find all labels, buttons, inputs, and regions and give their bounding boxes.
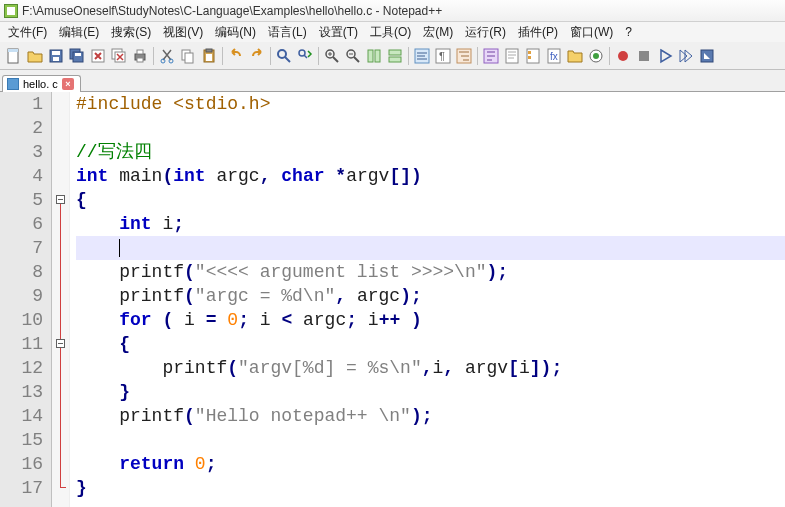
svg-rect-43 — [639, 51, 649, 61]
save-all-icon[interactable] — [67, 46, 87, 66]
menu-search[interactable]: 搜索(S) — [105, 22, 157, 43]
doc-list-icon[interactable] — [523, 46, 543, 66]
svg-point-42 — [618, 51, 628, 61]
menu-help[interactable]: ? — [619, 23, 638, 41]
file-icon — [7, 78, 19, 90]
all-chars-icon[interactable]: ¶ — [433, 46, 453, 66]
new-file-icon[interactable] — [4, 46, 24, 66]
sync-v-icon[interactable] — [364, 46, 384, 66]
function-list-icon[interactable]: fx — [544, 46, 564, 66]
line-number: 6 — [0, 212, 43, 236]
line-number: 8 — [0, 260, 43, 284]
svg-text:¶: ¶ — [439, 50, 445, 62]
menu-macro[interactable]: 宏(M) — [417, 22, 459, 43]
fold-box-icon[interactable] — [56, 195, 65, 204]
svg-rect-27 — [389, 50, 401, 55]
zoom-in-icon[interactable] — [322, 46, 342, 66]
lang-icon[interactable] — [481, 46, 501, 66]
fold-margin[interactable] — [52, 92, 70, 507]
paste-icon[interactable] — [199, 46, 219, 66]
menu-settings[interactable]: 设置(T) — [313, 22, 364, 43]
stop-macro-icon[interactable] — [634, 46, 654, 66]
svg-rect-1 — [8, 49, 18, 52]
svg-rect-7 — [75, 53, 81, 56]
menu-encoding[interactable]: 编码(N) — [209, 22, 262, 43]
toolbar-sep — [270, 47, 271, 65]
line-number: 5 — [0, 188, 43, 212]
line-number: 13 — [0, 380, 43, 404]
monitor-icon[interactable] — [586, 46, 606, 66]
svg-point-21 — [278, 50, 286, 58]
line-number: 17 — [0, 476, 43, 500]
window-title: F:\AmuseOneself\StudyNotes\C-Language\Ex… — [22, 4, 442, 18]
text-caret — [119, 239, 120, 257]
code-line: int i; — [76, 212, 785, 236]
svg-rect-19 — [206, 49, 212, 52]
line-number: 9 — [0, 284, 43, 308]
zoom-out-icon[interactable] — [343, 46, 363, 66]
tab-label: hello. c — [23, 78, 58, 90]
tab-bar: hello. c × — [0, 70, 785, 92]
editor-pane[interactable]: 1 2 3 4 5 6 7 8 9 10 11 12 13 14 15 16 1… — [0, 92, 785, 507]
tab-hello-c[interactable]: hello. c × — [2, 75, 81, 92]
svg-rect-3 — [52, 51, 60, 55]
code-line: printf("argv[%d] = %s\n",i, argv[i]); — [76, 356, 785, 380]
play-macro-icon[interactable] — [655, 46, 675, 66]
fold-box-icon[interactable] — [56, 339, 65, 348]
toolbar-sep — [153, 47, 154, 65]
line-number-gutter: 1 2 3 4 5 6 7 8 9 10 11 12 13 14 15 16 1… — [0, 92, 52, 507]
menu-language[interactable]: 语言(L) — [262, 22, 313, 43]
line-number: 4 — [0, 164, 43, 188]
code-line: //写法四 — [76, 140, 785, 164]
cut-icon[interactable] — [157, 46, 177, 66]
menu-plugins[interactable]: 插件(P) — [512, 22, 564, 43]
menu-edit[interactable]: 编辑(E) — [53, 22, 105, 43]
wordwrap-icon[interactable] — [412, 46, 432, 66]
menu-file[interactable]: 文件(F) — [2, 22, 53, 43]
toolbar-sep — [609, 47, 610, 65]
line-number: 16 — [0, 452, 43, 476]
save-macro-icon[interactable] — [697, 46, 717, 66]
sync-h-icon[interactable] — [385, 46, 405, 66]
code-line-current — [76, 236, 785, 260]
code-line — [76, 428, 785, 452]
svg-rect-25 — [368, 50, 373, 62]
record-macro-icon[interactable] — [613, 46, 633, 66]
play-multi-icon[interactable] — [676, 46, 696, 66]
find-icon[interactable] — [274, 46, 294, 66]
line-number: 2 — [0, 116, 43, 140]
print-icon[interactable] — [130, 46, 150, 66]
app-icon — [4, 4, 18, 18]
svg-rect-28 — [389, 57, 401, 62]
save-icon[interactable] — [46, 46, 66, 66]
close-icon[interactable] — [88, 46, 108, 66]
menu-view[interactable]: 视图(V) — [157, 22, 209, 43]
line-number: 1 — [0, 92, 43, 116]
line-number: 15 — [0, 428, 43, 452]
folder-tree-icon[interactable] — [565, 46, 585, 66]
doc-map-icon[interactable] — [502, 46, 522, 66]
close-all-icon[interactable] — [109, 46, 129, 66]
code-line: printf("Hello notepad++ \n"); — [76, 404, 785, 428]
svg-rect-17 — [185, 53, 193, 63]
indent-guide-icon[interactable] — [454, 46, 474, 66]
replace-icon[interactable] — [295, 46, 315, 66]
menu-run[interactable]: 运行(R) — [459, 22, 512, 43]
redo-icon[interactable] — [247, 46, 267, 66]
code-area[interactable]: #include <stdio.h> //写法四 int main(int ar… — [70, 92, 785, 507]
tab-close-icon[interactable]: × — [62, 78, 74, 90]
svg-rect-37 — [528, 56, 531, 59]
menu-tools[interactable]: 工具(O) — [364, 22, 417, 43]
undo-icon[interactable] — [226, 46, 246, 66]
svg-text:fx: fx — [550, 51, 558, 62]
line-number: 7 — [0, 236, 43, 260]
svg-rect-4 — [53, 57, 59, 61]
copy-icon[interactable] — [178, 46, 198, 66]
menu-bar: 文件(F) 编辑(E) 搜索(S) 视图(V) 编码(N) 语言(L) 设置(T… — [0, 22, 785, 42]
code-line: { — [76, 332, 785, 356]
toolbar-sep — [408, 47, 409, 65]
open-file-icon[interactable] — [25, 46, 45, 66]
toolbar-sep — [318, 47, 319, 65]
menu-window[interactable]: 窗口(W) — [564, 22, 619, 43]
toolbar-sep — [477, 47, 478, 65]
